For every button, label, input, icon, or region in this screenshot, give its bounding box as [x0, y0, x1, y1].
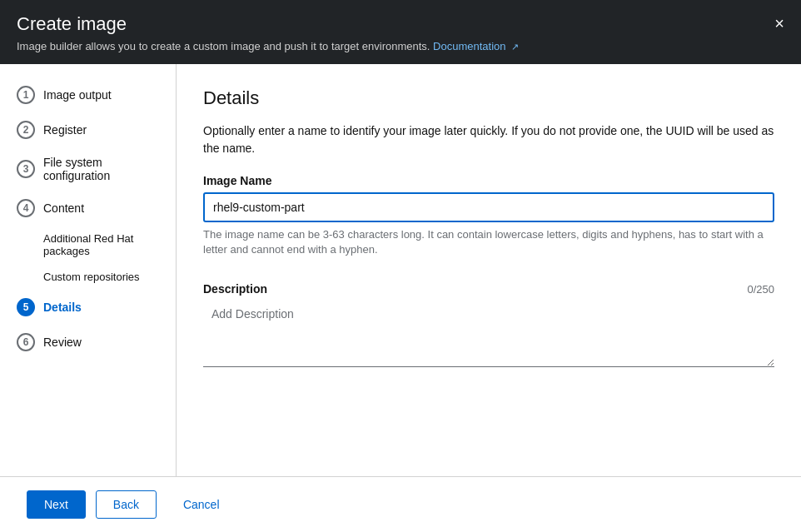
create-image-modal: Create image Image builder allows you to…: [0, 0, 801, 532]
modal-footer: Next Back Cancel: [0, 476, 801, 532]
sidebar-item-register[interactable]: 2 Register: [0, 112, 176, 147]
step-num-3: 3: [17, 160, 35, 178]
close-button[interactable]: ×: [771, 12, 788, 35]
image-name-input[interactable]: [203, 192, 774, 222]
sidebar-item-label-1: Image output: [43, 88, 112, 102]
sidebar-item-label-4: Content: [43, 201, 84, 215]
sidebar-sub-item-additional-packages[interactable]: Additional Red Hat packages: [0, 226, 176, 264]
step-num-4: 4: [17, 199, 35, 217]
cancel-button[interactable]: Cancel: [167, 491, 236, 518]
sidebar: 1 Image output 2 Register 3 File system …: [0, 64, 177, 476]
description-group: Description 0/250: [203, 282, 774, 370]
content-title: Details: [203, 87, 774, 109]
step-num-6: 6: [17, 333, 35, 351]
sidebar-item-details[interactable]: 5 Details: [0, 290, 176, 325]
back-button[interactable]: Back: [96, 490, 157, 519]
char-count: 0/250: [747, 283, 774, 296]
sidebar-item-content[interactable]: 4 Content: [0, 191, 176, 226]
image-name-hint: The image name can be 3-63 characters lo…: [203, 227, 774, 257]
step-num-1: 1: [17, 86, 35, 104]
external-link-icon: ↗: [511, 42, 519, 52]
modal-title: Create image: [17, 13, 784, 35]
sidebar-item-label-2: Register: [43, 123, 87, 137]
sidebar-item-image-output[interactable]: 1 Image output: [0, 77, 176, 112]
step-num-2: 2: [17, 121, 35, 139]
image-name-group: Image Name The image name can be 3-63 ch…: [203, 174, 774, 257]
modal-description-text: Image builder allows you to create a cus…: [17, 40, 430, 52]
sidebar-item-label-5: Details: [43, 301, 82, 314]
description-label: Description: [203, 282, 267, 296]
modal-body: 1 Image output 2 Register 3 File system …: [0, 64, 801, 476]
modal-header: Create image Image builder allows you to…: [0, 0, 801, 64]
modal-subtitle: Image builder allows you to create a cus…: [17, 40, 784, 52]
image-name-label: Image Name: [203, 174, 774, 187]
documentation-link[interactable]: Documentation ↗: [433, 40, 519, 52]
sidebar-sub-item-custom-repositories[interactable]: Custom repositories: [0, 264, 176, 290]
sidebar-item-review[interactable]: 6 Review: [0, 325, 176, 360]
description-header: Description 0/250: [203, 282, 774, 296]
sidebar-item-label-6: Review: [43, 336, 82, 349]
step-num-5: 5: [17, 298, 35, 316]
sidebar-item-filesystem[interactable]: 3 File system configuration: [0, 147, 176, 191]
content-description: Optionally enter a name to identify your…: [203, 122, 774, 157]
description-textarea[interactable]: [203, 301, 774, 367]
sidebar-item-label-3: File system configuration: [43, 156, 159, 182]
main-content: Details Optionally enter a name to ident…: [177, 64, 801, 476]
next-button[interactable]: Next: [27, 490, 86, 519]
